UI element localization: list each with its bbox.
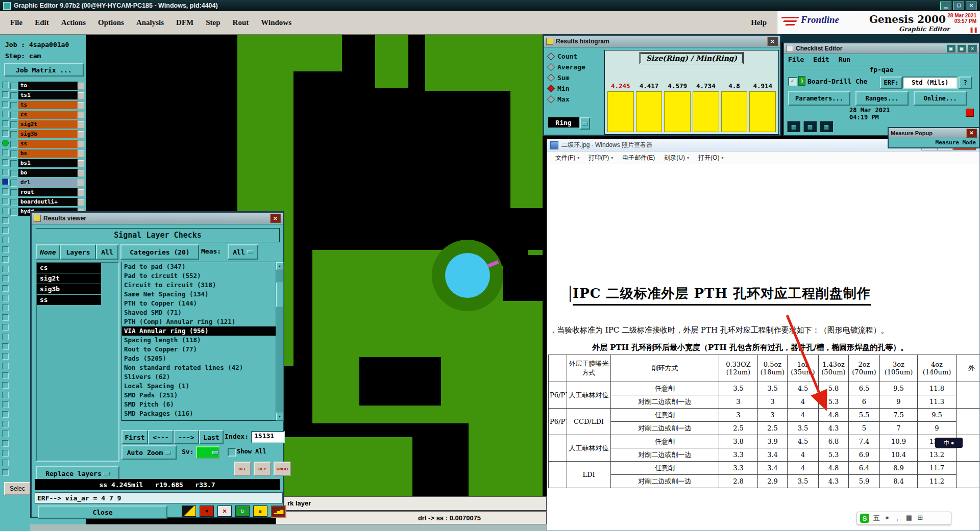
layer-context-toggle[interactable] — [78, 189, 84, 196]
layer-visibility-checkbox[interactable] — [2, 440, 9, 447]
layer-context-toggle[interactable] — [78, 170, 84, 177]
ime-logo-icon[interactable]: S — [860, 514, 869, 523]
erf-value-field[interactable]: Std (Mils) — [902, 77, 958, 89]
select-button[interactable]: Selec — [4, 482, 31, 495]
layer-visibility-checkbox[interactable] — [2, 421, 9, 427]
rv-check-item[interactable]: Circuit to circuit (318) — [122, 281, 276, 290]
layer-visibility-checkbox[interactable] — [2, 372, 9, 379]
meas-dropdown[interactable]: All — [228, 244, 258, 260]
layer-item-cs[interactable]: cs — [18, 111, 78, 119]
ime-item[interactable]: ， — [894, 514, 901, 523]
rv-layer-item-cs[interactable]: cs — [37, 263, 101, 273]
layer-item-rout[interactable]: rout — [18, 188, 78, 196]
layer-visibility-checkbox[interactable] — [2, 246, 9, 253]
layer-visibility-checkbox[interactable] — [2, 401, 9, 408]
rv-check-item[interactable]: SMD Packages (116) — [122, 409, 276, 418]
menu-run[interactable]: Run — [839, 56, 850, 63]
layer-visibility-checkbox[interactable] — [2, 285, 9, 292]
ranges-button[interactable]: Ranges... — [855, 91, 909, 106]
rv-check-item[interactable]: Same Net Spacing (134) — [122, 290, 276, 299]
ring-dropdown[interactable] — [580, 117, 590, 130]
layer-context-toggle[interactable] — [78, 112, 84, 119]
layer-visibility-checkbox[interactable] — [2, 324, 9, 331]
layer-select-checkbox[interactable] — [10, 92, 17, 99]
layers-grid-icon[interactable]: ▦ — [803, 121, 817, 132]
rv-check-item[interactable]: SMD Pads (251) — [122, 391, 276, 400]
pv-menu-2[interactable]: 电子邮件(E) — [618, 152, 659, 164]
help-button[interactable]: ? — [959, 77, 972, 89]
layer-context-toggle[interactable] — [78, 83, 84, 90]
layer-select-checkbox[interactable] — [10, 209, 17, 216]
contrast-tool-icon[interactable] — [182, 505, 196, 517]
layer-visibility-checkbox[interactable] — [2, 295, 9, 301]
rv-scrollbar[interactable]: ▲ ▼ — [276, 262, 284, 421]
undo-button[interactable]: UNDO — [274, 462, 291, 476]
layer-select-checkbox[interactable] — [10, 121, 17, 129]
scroll-down-icon[interactable]: ▼ — [276, 413, 283, 420]
layer-context-toggle[interactable] — [78, 160, 84, 167]
nav-first-button[interactable]: First — [121, 430, 148, 444]
rv-check-item[interactable]: VIA Annular ring (956) — [122, 326, 276, 336]
rv-check-item[interactable]: PTH (Comp) Annular ring (121) — [122, 317, 276, 326]
ime-badge[interactable]: 中 ● — [935, 438, 963, 448]
ring-selector[interactable]: Ring — [548, 117, 579, 128]
menu-dfm[interactable]: DFM — [171, 16, 199, 29]
layer-item-sig3b[interactable]: sig3b — [18, 130, 78, 138]
rv-check-item[interactable]: Local Spacing (1) — [122, 382, 276, 391]
close-icon[interactable]: ✕ — [270, 214, 281, 223]
menu-windows[interactable]: Windows — [256, 16, 297, 29]
close-icon[interactable]: ✕ — [968, 44, 977, 53]
hist-stat-option-max[interactable]: Max — [548, 94, 569, 104]
layer-item-sig2t[interactable]: sig2t — [18, 120, 78, 129]
layer-item-bs[interactable]: bs — [18, 149, 78, 158]
ime-toolbar[interactable]: S 五●，▦⊞ — [856, 512, 951, 525]
layer-select-checkbox[interactable] — [10, 131, 17, 138]
green-refresh-icon[interactable]: ↻ — [235, 505, 250, 517]
layer-item-ts1[interactable]: ts1 — [18, 91, 78, 99]
results-viewer-titlebar[interactable]: Results viewer ✕ — [32, 213, 283, 224]
erf-button[interactable]: ERF: — [880, 77, 902, 89]
layer-item-bs1[interactable]: bs1 — [18, 159, 78, 167]
menu-help[interactable]: Help — [746, 16, 772, 29]
layer-item-boardoutli[interactable]: boardoutli+ — [18, 198, 78, 206]
layer-visibility-checkbox[interactable] — [2, 217, 9, 224]
auto-zoom-dropdown[interactable]: Auto Zoom — [121, 445, 177, 460]
rv-check-item[interactable]: Pad to pad (347) — [122, 262, 276, 271]
hist-stat-option-min[interactable]: Min — [548, 83, 569, 93]
delete-x-icon[interactable]: ✕ — [217, 505, 232, 517]
layer-visibility-checkbox[interactable] — [2, 227, 9, 234]
layer-visibility-checkbox[interactable] — [2, 431, 9, 437]
filter-none-button[interactable]: None — [36, 244, 60, 260]
close-icon[interactable]: ✕ — [767, 37, 778, 46]
del-button[interactable]: DEL — [234, 462, 251, 476]
layer-item-to[interactable]: to — [18, 82, 78, 90]
layer-select-checkbox[interactable] — [10, 112, 17, 119]
layer-visibility-checkbox[interactable] — [2, 343, 9, 350]
minimize-icon[interactable]: ▁ — [940, 2, 951, 10]
layer-visibility-checkbox[interactable] — [2, 363, 9, 369]
rv-layer-item-sig3b[interactable]: sig3b — [37, 284, 101, 294]
pv-menu-1[interactable]: 打印(P)▾ — [584, 152, 617, 164]
menu-rout[interactable]: Rout — [228, 16, 254, 29]
layer-item-bo[interactable]: bo — [18, 169, 78, 177]
rv-check-item[interactable]: Slivers (62) — [122, 372, 276, 382]
rv-check-item[interactable]: Spacing length (118) — [122, 336, 276, 345]
parameters-button[interactable]: Parameters... — [788, 91, 850, 106]
layer-visibility-checkbox[interactable] — [2, 334, 9, 340]
report-grid-icon[interactable]: ▦ — [820, 121, 833, 132]
layer-select-checkbox[interactable] — [10, 170, 17, 177]
layer-visibility-checkbox[interactable] — [2, 353, 9, 360]
nav-next-button[interactable]: ---> — [174, 430, 199, 444]
histogram-active-icon[interactable]: ▂▅▇ — [271, 505, 286, 518]
red-tool-icon[interactable]: ✖ — [200, 505, 214, 517]
hist-stat-option-count[interactable]: Count — [548, 51, 577, 61]
pv-menu-4[interactable]: 打开(O)▾ — [694, 152, 727, 164]
rep-button[interactable]: REP — [254, 462, 271, 476]
actions-grid-icon[interactable]: ▦ — [787, 121, 800, 132]
menu-options[interactable]: Options — [93, 16, 129, 29]
rv-close-button[interactable]: Close — [38, 505, 167, 519]
ime-item[interactable]: ⊞ — [917, 514, 923, 523]
layer-visibility-checkbox[interactable] — [2, 450, 9, 457]
layer-context-toggle[interactable] — [78, 121, 84, 129]
measure-popup-titlebar[interactable]: Measure Popup ✕ — [889, 128, 979, 138]
